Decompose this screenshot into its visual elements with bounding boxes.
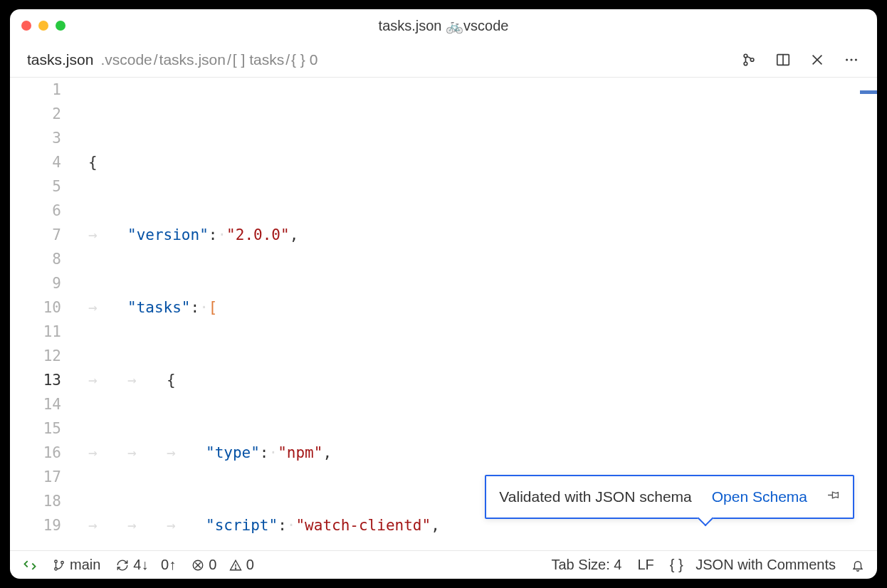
code-token: "2.0.0" xyxy=(226,226,290,243)
tab-bar: tasks.json .vscode/tasks.json/[ ] tasks/… xyxy=(10,42,877,78)
titlebar: tasks.json 🚲vscode xyxy=(10,9,877,42)
status-bar: main 4↓ 0↑ 0 0 Tab Size: 4 LF { } JSON w… xyxy=(10,550,877,579)
line-number: 15 xyxy=(10,416,61,441)
line-number: 3 xyxy=(10,126,61,150)
breadcrumb-folder[interactable]: .vscode xyxy=(100,51,152,68)
branch-indicator[interactable]: main xyxy=(53,557,100,573)
code-token: "watch-clientd" xyxy=(295,517,431,534)
svg-point-12 xyxy=(61,561,63,563)
breadcrumb-path1[interactable]: [ ] tasks xyxy=(233,51,284,68)
code-token: "npm" xyxy=(278,444,322,461)
problems-indicator[interactable]: 0 0 xyxy=(191,557,254,573)
line-number-gutter: 1 2 3 4 5 6 7 8 9 10 11 12 13 14 15 16 1… xyxy=(10,78,80,550)
notifications-icon[interactable] xyxy=(851,559,864,572)
line-number: 16 xyxy=(10,441,61,465)
line-number: 9 xyxy=(10,271,61,295)
open-schema-link[interactable]: Open Schema xyxy=(712,485,807,509)
split-editor-icon[interactable] xyxy=(775,51,792,68)
line-number: 8 xyxy=(10,247,61,271)
warning-count: 0 xyxy=(246,557,254,573)
minimize-window-button[interactable] xyxy=(38,21,48,31)
line-number: 18 xyxy=(10,489,61,513)
line-number: 6 xyxy=(10,199,61,223)
breadcrumb-path2[interactable]: { } 0 xyxy=(291,51,317,68)
line-number: 7 xyxy=(10,223,61,247)
schema-validation-popup: Validated with JSON schema Open Schema xyxy=(485,475,854,519)
branch-name: main xyxy=(70,557,100,573)
sync-up-count: 0↑ xyxy=(161,557,176,573)
source-control-icon[interactable] xyxy=(740,51,757,68)
editor-window: tasks.json 🚲vscode tasks.json .vscode/ta… xyxy=(10,9,877,579)
line-number: 10 xyxy=(10,295,61,320)
line-number: 2 xyxy=(10,102,61,126)
code-token: { xyxy=(167,372,176,389)
code-token: "script" xyxy=(206,517,278,534)
sync-down-count: 4↓ xyxy=(133,557,148,573)
line-number: 4 xyxy=(10,150,61,174)
line-number-current: 13 xyxy=(10,368,61,392)
tab-actions xyxy=(740,51,860,68)
window-title: tasks.json 🚲vscode xyxy=(379,17,509,34)
maximize-window-button[interactable] xyxy=(56,21,65,31)
remote-indicator-icon[interactable] xyxy=(23,558,37,572)
breadcrumb-file[interactable]: tasks.json xyxy=(159,51,226,68)
code-token: "type" xyxy=(206,444,260,461)
traffic-lights xyxy=(21,21,65,31)
code-token: "tasks" xyxy=(127,299,191,316)
line-number: 12 xyxy=(10,344,61,368)
code-token: "version" xyxy=(127,226,209,243)
popup-message: Validated with JSON schema xyxy=(499,485,691,509)
breadcrumb[interactable]: .vscode/tasks.json/[ ] tasks/{ } 0 xyxy=(100,51,317,68)
svg-point-8 xyxy=(850,58,852,61)
editor-area[interactable]: 1 2 3 4 5 6 7 8 9 10 11 12 13 14 15 16 1… xyxy=(10,78,877,550)
line-number: 5 xyxy=(10,174,61,199)
svg-point-17 xyxy=(235,567,236,568)
language-mode-label: JSON with Comments xyxy=(696,557,836,573)
close-tab-icon[interactable] xyxy=(809,51,826,68)
language-mode-indicator[interactable]: { } JSON with Comments xyxy=(670,557,836,573)
line-number: 17 xyxy=(10,465,61,489)
close-window-button[interactable] xyxy=(21,21,31,31)
more-actions-icon[interactable] xyxy=(843,51,860,68)
sync-indicator[interactable]: 4↓ 0↑ xyxy=(116,557,176,573)
tab-size-indicator[interactable]: Tab Size: 4 xyxy=(552,557,622,573)
line-number: 14 xyxy=(10,392,61,416)
code-token: [ xyxy=(209,299,218,316)
error-count: 0 xyxy=(209,557,216,573)
code-token: { xyxy=(88,154,98,171)
svg-point-9 xyxy=(855,58,857,61)
minimap-marker[interactable] xyxy=(860,90,877,94)
svg-point-1 xyxy=(744,62,747,65)
eol-indicator[interactable]: LF xyxy=(637,557,654,573)
svg-point-11 xyxy=(55,567,57,569)
pin-icon[interactable] xyxy=(827,485,840,509)
line-number: 19 xyxy=(10,513,61,537)
svg-point-7 xyxy=(846,58,848,61)
tab-filename[interactable]: tasks.json xyxy=(27,51,93,68)
svg-point-10 xyxy=(55,560,57,562)
line-number: 11 xyxy=(10,320,61,344)
line-number: 1 xyxy=(10,78,61,102)
